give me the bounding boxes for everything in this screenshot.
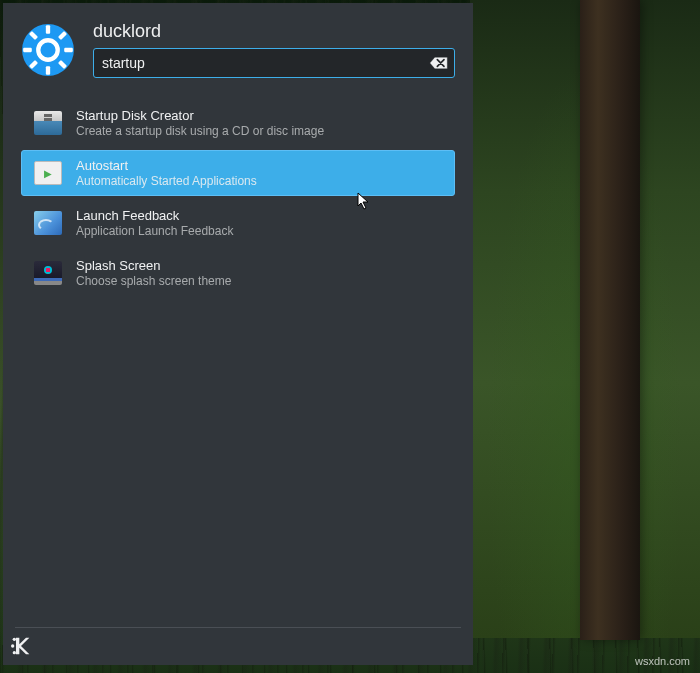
kde-footer-icon[interactable] [11, 636, 31, 656]
result-description: Application Launch Feedback [76, 224, 444, 238]
svg-rect-3 [46, 66, 50, 75]
usb-creator-icon [32, 107, 64, 139]
desktop-wallpaper-detail [580, 0, 640, 640]
result-item-splash-screen[interactable]: Splash Screen Choose splash screen theme [21, 250, 455, 296]
username-label: ducklord [93, 21, 455, 42]
backspace-clear-icon [429, 55, 449, 71]
watermark-label: wsxdn.com [635, 655, 690, 667]
launcher-footer [15, 627, 461, 665]
result-title: Autostart [76, 158, 444, 173]
svg-rect-5 [64, 48, 73, 52]
result-title: Launch Feedback [76, 208, 444, 223]
search-box[interactable] [93, 48, 455, 78]
launch-feedback-icon [32, 207, 64, 239]
svg-rect-2 [46, 25, 50, 34]
search-input[interactable] [94, 49, 454, 77]
result-item-launch-feedback[interactable]: Launch Feedback Application Launch Feedb… [21, 200, 455, 246]
result-description: Automatically Started Applications [76, 174, 444, 188]
result-text: Splash Screen Choose splash screen theme [76, 258, 444, 288]
launcher-header: ducklord [3, 3, 473, 88]
splash-screen-icon [32, 257, 64, 289]
header-right-section: ducklord [93, 21, 455, 78]
result-description: Choose splash screen theme [76, 274, 444, 288]
svg-point-12 [13, 651, 16, 654]
search-results-list: Startup Disk Creator Create a startup di… [3, 88, 473, 627]
result-description: Create a startup disk using a CD or disc… [76, 124, 444, 138]
svg-point-10 [13, 638, 16, 641]
result-text: Startup Disk Creator Create a startup di… [76, 108, 444, 138]
result-item-autostart[interactable]: Autostart Automatically Started Applicat… [21, 150, 455, 196]
clear-search-button[interactable] [428, 54, 450, 72]
kde-logo-icon [21, 23, 75, 77]
result-item-startup-disk-creator[interactable]: Startup Disk Creator Create a startup di… [21, 100, 455, 146]
svg-point-11 [11, 644, 14, 647]
result-title: Splash Screen [76, 258, 444, 273]
result-text: Launch Feedback Application Launch Feedb… [76, 208, 444, 238]
result-text: Autostart Automatically Started Applicat… [76, 158, 444, 188]
autostart-icon [32, 157, 64, 189]
svg-rect-4 [23, 48, 32, 52]
result-title: Startup Disk Creator [76, 108, 444, 123]
application-launcher: ducklord Startup Disk Creator Create a s… [3, 3, 473, 665]
